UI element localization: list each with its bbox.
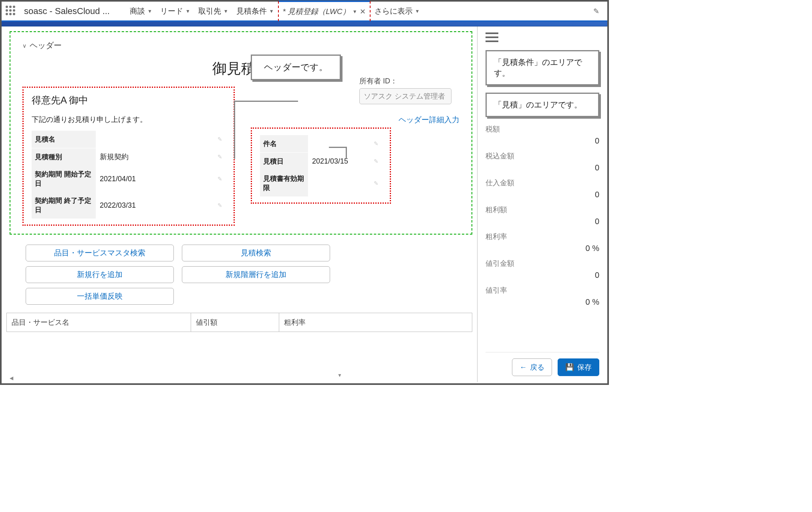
field-quote-name: 見積名✎ (32, 130, 226, 148)
arrow-left-icon: ← (520, 363, 527, 372)
edit-pencil-icon[interactable]: ✎ (374, 140, 379, 147)
leader-line (234, 101, 298, 159)
edit-pencil-icon[interactable]: ✎ (374, 158, 379, 164)
apps-icon[interactable] (6, 6, 17, 17)
tab-opportunity[interactable]: 商談▼ (126, 1, 156, 21)
main-area: ヘッダーです。 ∨ ヘッダー 御見積書 所有者 ID： 得意先A 御中 下記の通… (2, 26, 477, 382)
chevron-down-icon[interactable]: ▼ (415, 8, 420, 14)
field-quote-type: 見積種別新規契約✎ (32, 148, 226, 166)
tab-lead[interactable]: リード▼ (156, 1, 194, 21)
field-contract-end: 契約期間 終了予定日2022/03/31✎ (32, 192, 226, 219)
add-row-button[interactable]: 新規行を追加 (26, 266, 174, 283)
col-discount: 値引額 (191, 313, 279, 332)
metric-gross-rate: 粗利率0 % (486, 232, 599, 253)
metric-gross-profit: 粗利額0 (486, 205, 599, 226)
edit-pencil-icon[interactable]: ✎ (374, 180, 379, 186)
vertical-scrollbar[interactable]: ▲▼ (337, 55, 343, 378)
horizontal-scrollbar[interactable]: ◀ (10, 374, 337, 380)
chevron-down-icon[interactable]: ∨ (22, 42, 26, 49)
tab-quote-register-lwc[interactable]: * 見積登録（LWC）▼✕ (278, 1, 371, 21)
metrics-list: 税額0 税込金額0 仕入金額0 粗利額0 粗利率0 % 値引金額0 値引率0 % (486, 124, 599, 352)
metric-discount-amount: 値引金額0 (486, 259, 599, 280)
callout-conditions-area: 「見積条件」のエリアです。 (486, 50, 599, 85)
app-title: soasc - SalesCloud ... (24, 6, 110, 16)
owner-id-label: 所有者 ID： (359, 76, 451, 86)
item-master-search-button[interactable]: 品目・サービスマスタ検索 (26, 245, 174, 261)
tab-quote-conditions[interactable]: 見積条件▼ (232, 1, 278, 21)
metric-tax: 税額0 (486, 124, 599, 146)
metric-discount-rate: 値引率0 % (486, 285, 599, 307)
chevron-down-icon[interactable]: ▼ (185, 8, 190, 14)
owner-id-input[interactable] (359, 88, 451, 104)
field-contract-start: 契約期間 開始予定日2021/04/01✎ (32, 166, 226, 192)
edit-pencil-icon[interactable]: ✎ (218, 202, 222, 208)
chevron-down-icon[interactable]: ▼ (353, 9, 357, 14)
quote-search-button[interactable]: 見積検索 (182, 245, 330, 261)
scroll-left-icon: ◀ (10, 375, 13, 381)
metric-cost: 仕入金額0 (486, 178, 599, 199)
edit-pencil-icon[interactable]: ✎ (589, 7, 603, 16)
line-items-table-header: 品目・サービス名 値引額 粗利率 (6, 313, 472, 332)
customer-name: 得意先A 御中 (32, 94, 226, 107)
metric-total-incl-tax: 税込金額0 (486, 151, 599, 172)
col-item-name: 品目・サービス名 (7, 313, 191, 332)
callout-header-label: ヘッダーです。 (251, 55, 341, 80)
chevron-down-icon[interactable]: ▼ (224, 8, 228, 14)
edit-pencil-icon[interactable]: ✎ (218, 176, 222, 182)
divider-bar (2, 22, 607, 26)
save-icon: 💾 (565, 363, 574, 372)
callout-quote-area: 「見積」のエリアです。 (486, 93, 599, 117)
col-gross-margin: 粗利率 (279, 313, 472, 332)
hamburger-icon[interactable] (486, 32, 498, 42)
chevron-down-icon[interactable]: ▼ (269, 8, 274, 14)
leader-line (329, 147, 347, 159)
field-quote-expiry: 見積書有効期限✎ (260, 170, 382, 196)
close-icon[interactable]: ✕ (360, 7, 366, 16)
bulk-unit-price-button[interactable]: 一括単価反映 (26, 288, 174, 305)
customer-info-box: 得意先A 御中 下記の通りお見積り申し上げます。 見積名✎ 見積種別新規契約✎ … (22, 87, 235, 226)
document-title: 御見積書 (22, 59, 459, 79)
tab-more[interactable]: さらに表示▼ (371, 1, 424, 21)
chevron-down-icon[interactable]: ▼ (147, 8, 152, 14)
back-button[interactable]: ←戻る (512, 358, 552, 376)
side-panel: 「見積条件」のエリアです。 「見積」のエリアです。 税額0 税込金額0 仕入金額… (477, 26, 607, 382)
scroll-down-icon: ▼ (337, 372, 343, 378)
section-title: ヘッダー (30, 40, 62, 51)
add-tier-row-button[interactable]: 新規階層行を追加 (182, 266, 330, 283)
topbar: soasc - SalesCloud ... 商談▼ リード▼ 取引先▼ 見積条… (2, 2, 607, 22)
tab-account[interactable]: 取引先▼ (194, 1, 232, 21)
intro-text: 下記の通りお見積り申し上げます。 (32, 115, 226, 124)
edit-pencil-icon[interactable]: ✎ (218, 136, 222, 142)
save-button[interactable]: 💾保存 (558, 358, 599, 376)
edit-pencil-icon[interactable]: ✎ (218, 154, 222, 160)
